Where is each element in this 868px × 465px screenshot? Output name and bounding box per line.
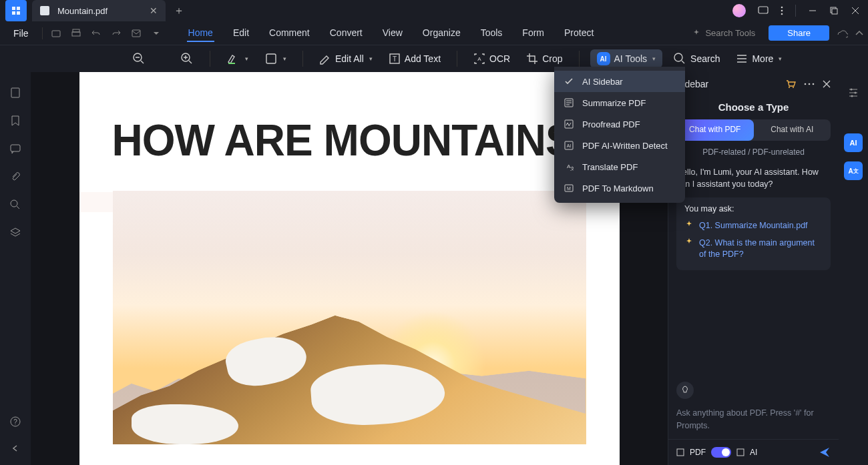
svg-point-40	[851, 95, 853, 97]
file-menu[interactable]: File	[4, 25, 38, 41]
ai-sidebar-toggle-icon[interactable]: AI	[844, 133, 863, 152]
menu-edit[interactable]: Edit	[232, 25, 250, 42]
minimize-icon[interactable]	[808, 6, 817, 15]
kebab-icon[interactable]	[781, 5, 783, 16]
ai-menu-detect[interactable]: AIPDF AI-Written Detect	[554, 135, 685, 156]
undo-icon[interactable]	[87, 24, 105, 43]
edit-all-button[interactable]: Edit All▾	[314, 50, 378, 67]
sparkle-icon	[684, 238, 694, 247]
check-icon	[564, 76, 574, 87]
menu-tools[interactable]: Tools	[479, 25, 504, 42]
maximize-icon[interactable]	[829, 6, 839, 15]
add-text-button[interactable]: TAdd Text	[383, 50, 446, 67]
collapse-ribbon-icon[interactable]	[855, 29, 864, 38]
svg-rect-27	[11, 145, 20, 151]
svg-point-39	[855, 92, 857, 94]
menu-view[interactable]: View	[381, 25, 404, 42]
suggestion-q2[interactable]: Q2. What is the main argument of the PDF…	[684, 235, 823, 264]
search-button[interactable]: Search	[668, 49, 725, 68]
prompt-input[interactable]: Ask anything about PDF. Press '#' for Pr…	[676, 407, 831, 435]
redo-icon[interactable]	[107, 24, 126, 43]
menu-convert[interactable]: Convert	[329, 25, 364, 42]
ai-icon: AI	[597, 52, 610, 65]
ocr-button[interactable]: AOCR	[468, 50, 515, 67]
svg-text:A: A	[477, 56, 481, 62]
svg-rect-13	[266, 54, 276, 63]
qat-more-icon[interactable]	[147, 24, 166, 43]
ai-menu-translate[interactable]: A文Translate PDF	[554, 156, 685, 177]
svg-point-2	[781, 7, 783, 9]
sparkle-icon	[684, 220, 694, 229]
chat-icon[interactable]	[758, 5, 769, 16]
app-logo[interactable]	[5, 0, 27, 21]
svg-point-17	[674, 53, 682, 61]
search-tools-input[interactable]: Search Tools	[685, 25, 762, 41]
settings-slider-icon[interactable]	[847, 87, 859, 99]
svg-point-34	[809, 83, 811, 85]
translate-icon: A文	[564, 161, 574, 172]
svg-text:AI: AI	[567, 143, 572, 148]
tab-close-icon[interactable]: ✕	[150, 5, 158, 16]
menu-organize[interactable]: Organize	[421, 25, 462, 42]
help-icon[interactable]: ?	[9, 416, 21, 428]
menu-protect[interactable]: Protect	[563, 25, 595, 42]
ai-tools-dropdown: AI Sidebar Summarize PDF Proofread PDF A…	[554, 67, 685, 203]
shape-button[interactable]: ▾	[259, 49, 292, 68]
markdown-icon: M	[564, 183, 574, 193]
ai-menu-proofread[interactable]: Proofread PDF	[554, 113, 685, 135]
ai-menu-sidebar[interactable]: AI Sidebar	[554, 71, 685, 92]
tab-chat-with-ai[interactable]: Chat with AI	[754, 119, 831, 141]
document-image	[113, 191, 586, 444]
ai-translate-icon[interactable]: A文	[844, 161, 863, 180]
more-button[interactable]: More▾	[730, 50, 787, 67]
document-heading: HOW ARE MOUNTAINS FORMED	[79, 72, 604, 172]
sidebar-more-icon[interactable]	[804, 83, 815, 85]
print-icon[interactable]	[67, 24, 85, 43]
zoom-in-button[interactable]	[175, 49, 199, 68]
suggestion-q1[interactable]: Q1. Summarize Mountain.pdf	[684, 217, 823, 235]
search-panel-icon[interactable]	[9, 199, 21, 211]
document-page[interactable]: HOW ARE MOUNTAINS FORMED	[79, 72, 620, 465]
svg-rect-7	[52, 31, 60, 37]
collapse-panel-icon[interactable]	[11, 444, 20, 453]
ai-tools-button[interactable]: AI AI Tools▾	[590, 49, 663, 68]
thumbnails-icon[interactable]	[9, 87, 21, 99]
svg-rect-10	[132, 30, 140, 37]
document-tab[interactable]: Mountain.pdf ✕	[32, 0, 166, 21]
pdf-ai-toggle[interactable]	[711, 447, 731, 458]
ai-menu-markdown[interactable]: MPDF To Markdown	[554, 177, 685, 199]
layers-icon[interactable]	[9, 227, 21, 239]
share-button[interactable]: Share	[769, 25, 829, 41]
cloud-sync-icon[interactable]	[836, 27, 848, 39]
ai-menu-summarize[interactable]: Summarize PDF	[554, 92, 685, 113]
menu-home[interactable]: Home	[187, 25, 214, 42]
crop-button[interactable]: Crop	[521, 50, 568, 67]
sidebar-close-icon[interactable]	[823, 80, 831, 88]
hint-icon[interactable]	[676, 382, 694, 399]
menu-form[interactable]: Form	[521, 25, 546, 42]
svg-point-28	[11, 200, 17, 207]
cart-icon[interactable]	[785, 79, 796, 89]
comments-icon[interactable]	[9, 143, 21, 155]
highlight-button[interactable]: ▾	[221, 49, 254, 68]
zoom-out-button[interactable]	[127, 49, 151, 68]
open-icon[interactable]	[47, 24, 65, 43]
svg-rect-36	[677, 449, 684, 456]
svg-rect-8	[73, 29, 79, 32]
foot-ai-icon	[736, 448, 744, 456]
svg-rect-0	[40, 6, 49, 15]
svg-rect-6	[832, 9, 837, 14]
menu-comment[interactable]: Comment	[268, 25, 311, 42]
tab-chat-with-pdf[interactable]: Chat with PDF	[676, 119, 754, 141]
bookmarks-icon[interactable]	[9, 115, 21, 127]
send-icon[interactable]	[819, 446, 831, 458]
foot-ai-label: AI	[750, 448, 757, 457]
mail-icon[interactable]	[127, 24, 146, 43]
new-tab-button[interactable]: ＋	[170, 1, 188, 20]
attachments-icon[interactable]	[9, 171, 21, 183]
choose-type-label: Choose a Type	[668, 101, 839, 113]
svg-text:文: 文	[570, 166, 574, 171]
close-icon[interactable]	[851, 6, 860, 15]
user-avatar[interactable]	[732, 4, 746, 17]
ai-sidebar: Sidebar Choose a Type Chat with PDF Chat…	[668, 72, 839, 465]
